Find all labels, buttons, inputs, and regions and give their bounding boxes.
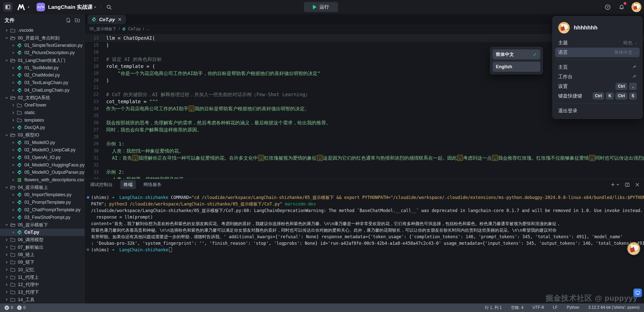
tree-folder-item[interactable]: 14_工具 <box>0 296 85 303</box>
new-folder-icon[interactable] <box>75 18 80 23</box>
search-button[interactable] <box>105 3 113 11</box>
chevron-right-icon[interactable] <box>4 275 9 279</box>
chevron-down-icon[interactable] <box>4 186 9 189</box>
status-item[interactable]: 行 1, 列 1 <box>485 305 502 310</box>
chevron-down-icon[interactable] <box>4 133 9 137</box>
chevron-down-icon[interactable] <box>4 36 9 40</box>
chevron-right-icon[interactable] <box>4 29 9 32</box>
tree-file-item[interactable]: 01_SimpleTextGeneration.py <box>0 42 85 49</box>
new-file-icon[interactable] <box>66 18 71 23</box>
menu-item-logout[interactable]: 退出登录 <box>555 106 640 116</box>
tab-close-icon[interactable]: ✕ <box>118 17 122 22</box>
tab-network-service[interactable]: 网络服务 <box>143 180 162 189</box>
tree-file-item[interactable]: 03_FewShotPrompt.py <box>0 214 85 221</box>
chevron-right-icon[interactable] <box>4 253 9 256</box>
menu-item-workbench[interactable]: 工作台 <box>555 72 640 82</box>
sidebar-toggle-button[interactable] <box>3 2 13 12</box>
tree-file-item[interactable]: 00_ImportTemplates.py <box>0 191 85 199</box>
tree-file-item[interactable]: flowers_with_descriptions.csv <box>0 176 85 184</box>
chevron-right-icon[interactable] <box>11 103 16 107</box>
floating-avatar-button[interactable] <box>627 242 640 255</box>
menu-item-settings[interactable]: 设置 Ctrl, <box>555 82 640 91</box>
project-title[interactable]: LangChain 实战课 <box>48 4 93 11</box>
tree-folder-item[interactable]: static <box>0 109 85 117</box>
tree-file-item[interactable]: 04_ModelIO_HuggingFace.py <box>0 161 85 169</box>
tree-file-item[interactable]: 03_OpenAI_IO.py <box>0 154 85 161</box>
status-item[interactable]: 空格: 4 <box>511 305 524 310</box>
chevron-down-icon[interactable] <box>4 223 9 226</box>
status-item[interactable]: 3.12.2 64-bit ('shims': pyenv) <box>588 305 639 310</box>
tree-file-item[interactable]: 02_ModelIO_LoopCall.py <box>0 146 85 154</box>
notifications-button[interactable] <box>617 3 626 11</box>
language-option-selected[interactable]: 简体中文✓ <box>493 49 540 59</box>
tree-folder-item[interactable]: OneFlower <box>0 101 85 109</box>
chevron-right-icon[interactable] <box>4 246 9 249</box>
chevron-right-icon[interactable] <box>11 119 16 122</box>
chevron-right-icon[interactable] <box>4 283 9 286</box>
tab-debug-console[interactable]: 调试控制台 <box>90 180 113 189</box>
close-panel-icon[interactable] <box>635 183 639 187</box>
split-panel-icon[interactable] <box>625 182 630 187</box>
tree-folder-item[interactable]: 12_代理中 <box>0 281 85 288</box>
tree-file-item[interactable]: 01_TextModel.py <box>0 64 85 72</box>
tree-folder-item[interactable]: 06_调用模型 <box>0 236 85 244</box>
tree-folder-item[interactable]: 00_开篇词_奇点时刻 <box>0 34 85 42</box>
tree-folder-item[interactable]: 11_代理上 <box>0 273 85 281</box>
tree-folder-item[interactable]: 13_代理下 <box>0 288 85 296</box>
chevron-right-icon[interactable] <box>4 261 9 264</box>
tree-file-item[interactable]: 04_ChatLongChain.py <box>0 87 85 94</box>
tree-file-item[interactable]: 01_PromptTemplate.py <box>0 199 85 206</box>
new-terminal-button[interactable] <box>611 182 619 187</box>
menu-item-language[interactable]: 语言 简体中文 › <box>555 48 640 57</box>
chevron-down-icon[interactable]: ▾ <box>94 5 96 9</box>
tab-terminal[interactable]: 终端 <box>120 180 136 189</box>
warnings-badge[interactable]: ! 0 <box>17 305 26 310</box>
tree-folder-item[interactable]: templates <box>0 116 85 124</box>
chevron-right-icon[interactable] <box>11 111 16 114</box>
tree-folder-item[interactable]: 07_解析输出 <box>0 244 85 251</box>
tree-folder-item[interactable]: 02_文档QA系统 <box>0 94 85 101</box>
tree-folder-item[interactable]: 01_LangChain快速入门 <box>0 57 85 64</box>
run-button[interactable]: 运行 <box>304 2 338 12</box>
tree-folder-item[interactable]: 08_链上 <box>0 251 85 259</box>
menu-item-theme[interactable]: 主题 暗色 › <box>555 38 640 48</box>
tree-file-item[interactable]: 02_ChatPromptTemplate.py <box>0 206 85 214</box>
tree-folder-item[interactable]: 04_提示模板上 <box>0 184 85 191</box>
chevron-right-icon[interactable] <box>4 298 9 301</box>
chevron-right-icon[interactable] <box>4 290 9 294</box>
tree-file-item[interactable]: 05_ModelIO_OutputParser.py <box>0 169 85 176</box>
terminal-output[interactable]: (shims) ➜ LangChain-shizhanke COMMAND="c… <box>85 190 644 303</box>
breadcrumb-more[interactable]: ... <box>146 27 149 31</box>
breadcrumb-folder[interactable]: 05_提示模板下 <box>90 26 116 32</box>
chevron-down-icon[interactable]: ▾ <box>28 5 29 9</box>
status-item[interactable]: UTF-8 <box>533 305 544 310</box>
help-button[interactable]: ? <box>603 3 612 11</box>
tree-file-item[interactable]: 03_TextLangChain.py <box>0 79 85 87</box>
tree-file-item[interactable]: 01_ModelIO.py <box>0 139 85 146</box>
tab-cot-py[interactable]: CoT.py ✕ <box>88 15 126 24</box>
tree-folder-item[interactable]: .vscode <box>0 27 85 34</box>
errors-badge[interactable]: ✕ 0 <box>5 305 13 310</box>
tree-folder-item[interactable]: 05_提示模板下 <box>0 221 85 229</box>
chevron-right-icon[interactable] <box>4 238 9 241</box>
tree-folder-item[interactable]: 09_链下 <box>0 258 85 266</box>
tree-folder-item[interactable]: 10_记忆 <box>0 266 85 273</box>
tree-file-item[interactable]: 02_ChatModel.py <box>0 72 85 79</box>
language-option-item[interactable]: English <box>493 62 540 72</box>
status-item[interactable]: LF <box>553 305 558 310</box>
tree-file-item[interactable]: DocQA.py <box>0 124 85 131</box>
status-item[interactable]: Python <box>567 305 579 310</box>
line-number: 25 <box>85 112 99 119</box>
tree-file-item[interactable]: 02_PictureDescription.py <box>0 49 85 57</box>
tree-file-item[interactable]: CoT.py <box>0 229 85 236</box>
user-avatar[interactable] <box>631 2 641 12</box>
chevron-down-icon[interactable] <box>4 96 9 99</box>
chevron-right-icon[interactable] <box>4 268 9 271</box>
chevron-down-icon[interactable] <box>4 59 9 62</box>
remote-screen-button[interactable] <box>633 289 642 297</box>
menu-item-home[interactable]: 主页 <box>555 62 640 72</box>
menu-item-shortcuts[interactable]: 键盘快捷键 CtrlKCtrlS <box>555 91 640 101</box>
marscode-logo[interactable] <box>16 3 26 11</box>
breadcrumb-file[interactable]: CoT.py <box>128 27 141 31</box>
tree-folder-item[interactable]: 03_模型IO <box>0 131 85 139</box>
